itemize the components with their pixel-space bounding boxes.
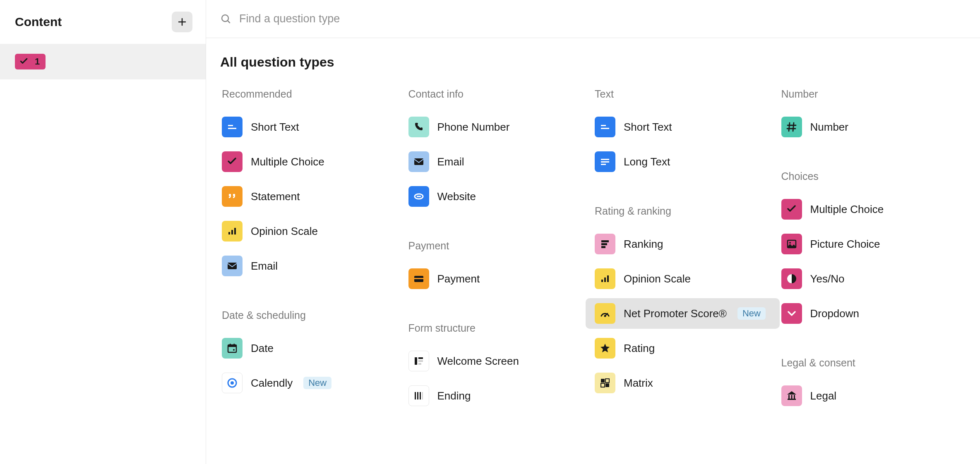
item-label: Legal: [810, 390, 837, 402]
item-label: Welcome Screen: [437, 355, 519, 368]
columns: Recommended Short Text Multiple Choice S…: [220, 88, 966, 415]
group-title-form-structure: Form structure: [407, 322, 593, 334]
add-content-button[interactable]: [172, 12, 192, 32]
item-statement[interactable]: Statement: [220, 181, 407, 212]
section-title: All question types: [220, 55, 966, 70]
gauge-icon: [595, 303, 615, 324]
phone-icon: [408, 117, 429, 137]
item-welcome-screen[interactable]: Welcome Screen: [407, 346, 593, 376]
quote-icon: [222, 186, 243, 207]
group-title-payment: Payment: [407, 240, 593, 252]
sidebar: Content 1: [0, 0, 206, 464]
content-item[interactable]: 1: [0, 44, 206, 79]
item-date[interactable]: Date: [220, 333, 407, 364]
new-badge: New: [303, 377, 331, 389]
check-icon: [19, 57, 29, 67]
group-title-number: Number: [780, 88, 966, 100]
item-label: Matrix: [624, 377, 653, 390]
ending-icon: [408, 385, 429, 406]
item-number[interactable]: Number: [780, 112, 966, 142]
item-label: Date: [251, 342, 274, 355]
item-multiple-choice[interactable]: Multiple Choice: [220, 146, 407, 177]
item-dropdown[interactable]: Dropdown: [780, 298, 966, 329]
item-label: Phone Number: [437, 121, 510, 134]
item-rating[interactable]: Rating: [593, 333, 780, 364]
item-label: Long Text: [624, 155, 670, 168]
content-item-badge: 1: [15, 54, 46, 69]
email-icon: [222, 256, 243, 276]
item-label: Net Promoter Score®: [624, 307, 727, 320]
long-text-icon: [595, 151, 615, 172]
bars-icon: [222, 221, 243, 242]
item-payment[interactable]: Payment: [407, 263, 593, 294]
calendar-icon: [222, 338, 243, 359]
legal-icon: [781, 385, 802, 406]
item-label: Multiple Choice: [810, 203, 884, 216]
ranking-icon: [595, 234, 615, 254]
group-title-recommended: Recommended: [220, 88, 407, 100]
item-label: Ending: [437, 390, 471, 402]
bars-icon: [595, 268, 615, 289]
column-1: Recommended Short Text Multiple Choice S…: [220, 88, 407, 415]
group-title-date: Date & scheduling: [220, 309, 407, 321]
chevron-down-icon: [781, 303, 802, 324]
item-matrix[interactable]: Matrix: [593, 368, 780, 398]
search-icon: [220, 13, 232, 25]
item-nps[interactable]: Net Promoter Score® New: [586, 298, 780, 329]
item-label: Picture Choice: [810, 238, 880, 251]
column-4: Number Number Choices Multiple Choice Pi…: [780, 88, 966, 415]
item-multiple-choice[interactable]: Multiple Choice: [780, 194, 966, 225]
group-title-text: Text: [593, 88, 780, 100]
link-icon: [408, 186, 429, 207]
group-title-choices: Choices: [780, 170, 966, 182]
item-short-text[interactable]: Short Text: [593, 112, 780, 142]
item-label: Number: [810, 121, 848, 134]
column-3: Text Short Text Long Text Rating & ranki…: [593, 88, 780, 415]
item-email[interactable]: Email: [407, 146, 593, 177]
item-label: Website: [437, 190, 476, 203]
item-label: Calendly: [251, 377, 293, 390]
item-label: Ranking: [624, 238, 663, 251]
item-label: Yes/No: [810, 273, 845, 285]
item-opinion-scale[interactable]: Opinion Scale: [220, 216, 407, 246]
sidebar-header: Content: [0, 0, 206, 44]
column-2: Contact info Phone Number Email Website: [407, 88, 593, 415]
item-label: Multiple Choice: [251, 155, 324, 168]
item-label: Dropdown: [810, 307, 860, 320]
item-label: Statement: [251, 190, 300, 203]
item-label: Short Text: [251, 121, 299, 134]
item-label: Email: [251, 260, 278, 273]
item-legal[interactable]: Legal: [780, 380, 966, 411]
yesno-icon: [781, 268, 802, 289]
card-icon: [408, 268, 429, 289]
group-title-rating: Rating & ranking: [593, 205, 780, 217]
star-icon: [595, 338, 615, 359]
item-label: Short Text: [624, 121, 672, 134]
group-title-legal: Legal & consent: [780, 357, 966, 369]
sidebar-title: Content: [15, 15, 62, 29]
short-text-icon: [222, 117, 243, 137]
item-short-text[interactable]: Short Text: [220, 112, 407, 142]
question-types-area: All question types Recommended Short Tex…: [206, 38, 980, 464]
check-icon: [781, 199, 802, 220]
main-panel: All question types Recommended Short Tex…: [206, 0, 980, 464]
item-email[interactable]: Email: [220, 251, 407, 281]
item-label: Payment: [437, 273, 480, 285]
item-picture-choice[interactable]: Picture Choice: [780, 229, 966, 259]
item-phone-number[interactable]: Phone Number: [407, 112, 593, 142]
item-long-text[interactable]: Long Text: [593, 146, 780, 177]
email-icon: [408, 151, 429, 172]
item-yes-no[interactable]: Yes/No: [780, 263, 966, 294]
item-website[interactable]: Website: [407, 181, 593, 212]
search-input[interactable]: [239, 12, 966, 25]
item-label: Rating: [624, 342, 655, 355]
item-ranking[interactable]: Ranking: [593, 229, 780, 259]
image-icon: [781, 234, 802, 254]
item-calendly[interactable]: Calendly New: [220, 368, 407, 398]
check-icon: [222, 151, 243, 172]
welcome-icon: [408, 351, 429, 371]
new-badge: New: [737, 307, 766, 320]
item-ending[interactable]: Ending: [407, 380, 593, 411]
item-opinion-scale[interactable]: Opinion Scale: [593, 263, 780, 294]
content-item-number: 1: [35, 56, 40, 67]
